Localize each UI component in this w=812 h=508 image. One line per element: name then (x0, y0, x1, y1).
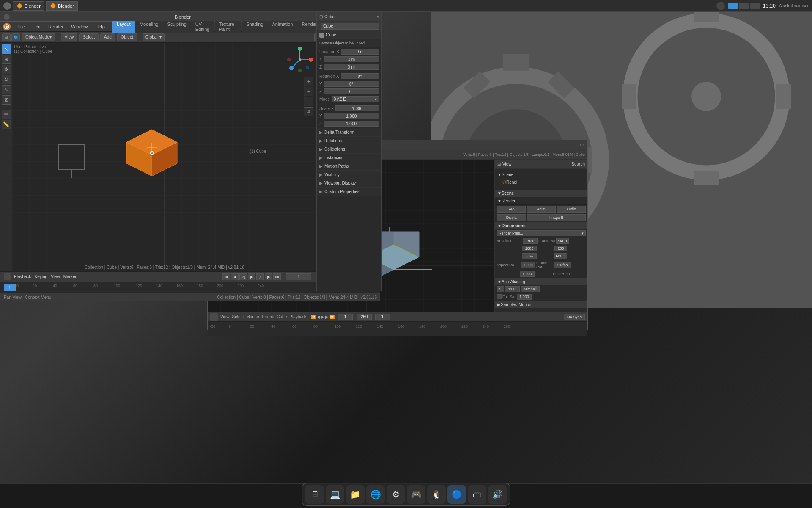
render-presets-dropdown[interactable]: Render Pres... ▾ (497, 230, 586, 236)
frame-rate-dropdown[interactable]: 24 fps (554, 262, 571, 268)
scale-tool[interactable]: ⤡ (2, 85, 11, 94)
dock-linux[interactable]: 🐧 (427, 485, 446, 504)
add-menu[interactable]: Add (100, 33, 115, 41)
taskbar-app-blender2[interactable]: 🔶 Blender (46, 1, 78, 11)
timeline-icon2[interactable] (210, 313, 218, 321)
collections-section[interactable]: ▶ Collections (317, 145, 381, 154)
menu-render[interactable]: Render (45, 23, 67, 30)
ren-button[interactable]: Ren (497, 206, 526, 213)
aspect-y-input[interactable]: 1.000 (520, 271, 535, 277)
browse-object-btn[interactable]: ⊿ (381, 23, 382, 29)
transform-dropdown[interactable]: Global ▾ (143, 33, 165, 41)
zoom-in-btn[interactable]: + (304, 77, 313, 86)
viewport-display-section[interactable]: ▶ Viewport Display (317, 179, 381, 188)
tab-uv-editing[interactable]: UV Editing (191, 21, 214, 33)
play-btn3[interactable]: ▶ (321, 315, 324, 319)
zoom-out-btn[interactable]: − (304, 87, 313, 96)
annotate-tool[interactable]: ✏ (2, 110, 11, 119)
dock-game[interactable]: 🎮 (407, 485, 425, 504)
playback-label[interactable]: Playback (14, 274, 31, 279)
res-percent-input[interactable]: 50% (522, 253, 537, 259)
no-sync-dropdown[interactable]: No Sync (564, 314, 585, 320)
dock-browser[interactable]: 🌐 (366, 485, 385, 504)
tab-animation[interactable]: Animation (268, 21, 297, 33)
view-menu[interactable]: View (61, 33, 78, 41)
prev-keyframe-btn[interactable]: ◀ (231, 273, 239, 280)
aa-samples[interactable]: 1116 (505, 286, 520, 292)
second-win-close[interactable]: × (582, 142, 585, 147)
object-mode-icon[interactable]: 🔷 (11, 33, 20, 41)
menu-edit[interactable]: Edit (29, 23, 44, 30)
dock-files[interactable]: 🖥 (305, 485, 324, 504)
audio-button[interactable]: Audio (557, 206, 586, 213)
res-y-input[interactable]: 1080 (522, 246, 537, 251)
frame-rate-end[interactable]: 250 (554, 246, 567, 251)
mode-value[interactable]: XYZ E ▾ (332, 96, 379, 102)
object-name-field[interactable] (321, 23, 379, 30)
taskbar-app-blender1[interactable]: 🔶 Blender (13, 1, 44, 11)
instancing-section[interactable]: ▶ Instancing (317, 154, 381, 162)
rotate-tool[interactable]: ↻ (2, 75, 11, 84)
marker-btn[interactable]: Marker (246, 315, 259, 319)
measure-tool[interactable]: 📏 (2, 120, 11, 129)
object-menu[interactable]: Object (117, 33, 137, 41)
step-forward-btn[interactable]: ▶ (325, 315, 329, 319)
frame-rate-start[interactable]: Sta: 1 (556, 238, 569, 244)
second-win-maximize[interactable]: □ (578, 142, 581, 147)
jump-start-btn[interactable]: ⏮ (222, 273, 230, 280)
tab-layout[interactable]: Layout (112, 21, 135, 33)
sampled-motion-section[interactable]: ▶ Sampled Motion (495, 301, 587, 308)
keying-label[interactable]: Keying (35, 274, 48, 279)
aa-value[interactable]: 5 (497, 286, 504, 292)
browse-object-row[interactable]: Browse Object to be linked... (317, 39, 381, 47)
second-win-minimize[interactable]: ─ (573, 142, 576, 147)
res-x-input[interactable]: 1920 (523, 238, 538, 244)
loc-x-value[interactable]: 0 m (341, 49, 379, 55)
move-tool[interactable]: ✥ (2, 65, 11, 74)
delta-transform-section[interactable]: ▶ Delta Transform (317, 128, 381, 137)
select-tool[interactable]: ↖ (2, 44, 11, 54)
render-tree-item[interactable]: ⬡ Rendi (495, 178, 587, 186)
frame-rate-fra[interactable]: Fra: 1 (554, 253, 567, 259)
custom-properties-section[interactable]: ▶ Custom Properties (317, 188, 381, 196)
frame-btn[interactable]: Frame (262, 315, 274, 319)
dock-folder[interactable]: 📁 (346, 485, 365, 504)
end-input2[interactable]: 250 (357, 314, 372, 320)
aa-filter[interactable]: Mitchell (521, 286, 540, 292)
dot-btn[interactable]: · (304, 97, 313, 106)
view-label[interactable]: View (51, 274, 60, 279)
cursor-tool[interactable]: ⊕ (2, 55, 11, 64)
cube-btn[interactable]: Cube (277, 315, 287, 319)
view-label[interactable]: View (502, 162, 512, 166)
timeline-ruler2[interactable]: -20 0 20 40 60 80 100 120 140 160 180 20… (208, 322, 587, 336)
marker-label[interactable]: Marker (63, 274, 77, 279)
rot-x-value[interactable]: 0° (341, 73, 379, 79)
motion-paths-section[interactable]: ▶ Motion Paths (317, 162, 381, 171)
tab-modeling[interactable]: Modeling (135, 21, 163, 33)
aspect-x-input[interactable]: 1.000 (521, 262, 535, 268)
scale-y-value[interactable]: 1.000 (324, 113, 379, 119)
editor-type-icon[interactable]: ⊞ (2, 33, 11, 41)
dock-terminal[interactable]: 💻 (326, 485, 344, 504)
current-frame-input[interactable]: 1 (286, 273, 311, 280)
full-val-input[interactable]: 1.000 (517, 294, 532, 300)
anim-button[interactable]: Anim (527, 206, 556, 213)
current-input2[interactable]: 1 (375, 314, 390, 320)
aa-section[interactable]: ▼ Anti-Aliasing (495, 278, 587, 285)
playback-btn[interactable]: Playback (289, 315, 307, 319)
menu-file[interactable]: File (14, 23, 28, 30)
play-btn[interactable]: ▶ (248, 273, 255, 280)
object-mode-dropdown[interactable]: Object Mode ▾ (22, 33, 55, 41)
viewport-gizmo[interactable] (286, 46, 313, 73)
menu-help[interactable]: Help (92, 23, 108, 30)
dock-arduino[interactable]: ⚙ (387, 485, 405, 504)
end-btn[interactable]: ⏩ (329, 315, 335, 319)
image-editor-button[interactable]: Image E (527, 214, 586, 221)
tab-shading[interactable]: Shading (242, 21, 267, 33)
scene-tree-item[interactable]: ▼ Scene (495, 171, 587, 178)
view-btn[interactable]: View (220, 315, 230, 319)
transform-tool[interactable]: ⊠ (2, 95, 11, 105)
tab-sculpting[interactable]: Sculpting (163, 21, 191, 33)
viewport-3d[interactable]: User Perspective (1) Collection | Cube (12, 43, 317, 271)
relations-section[interactable]: ▶ Relations (317, 137, 381, 145)
